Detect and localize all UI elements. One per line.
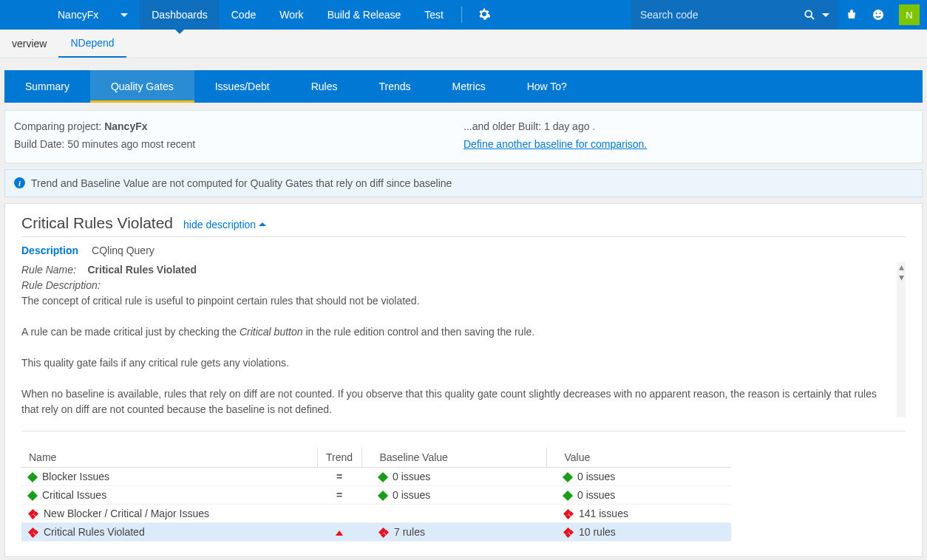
panel-title: Critical Rules Violated bbox=[21, 214, 173, 232]
shopping-icon[interactable] bbox=[838, 0, 865, 30]
desc-p3: This quality gate fails if any critical … bbox=[21, 355, 895, 371]
note-text: Trend and Baseline Value are not compute… bbox=[31, 177, 452, 189]
desc-p2c: in the rule edition control and then sav… bbox=[303, 326, 535, 338]
row-value: 10 rules bbox=[579, 526, 616, 538]
row-name: Critical Issues bbox=[42, 489, 106, 501]
comparing-prefix: Comparing project: bbox=[14, 120, 104, 132]
search-dropdown-icon[interactable] bbox=[822, 13, 829, 17]
tab-metrics[interactable]: Metrics bbox=[432, 70, 506, 103]
desc-tab-description[interactable]: Description bbox=[21, 243, 78, 258]
project-name: NancyFx bbox=[58, 9, 98, 21]
nav-tabs: DashboardsCodeWorkBuild & ReleaseTest bbox=[140, 0, 455, 30]
tab-how-to-[interactable]: How To? bbox=[506, 70, 588, 103]
sub-nav-ndepend[interactable]: NDepend bbox=[58, 30, 126, 58]
col-baseline[interactable]: Baseline Value bbox=[361, 448, 546, 468]
trend-equal-icon: = bbox=[336, 471, 342, 482]
quality-gate-panel: Critical Rules Violated hide description… bbox=[4, 203, 923, 557]
col-value[interactable]: Value bbox=[546, 448, 731, 468]
quality-gates-table: Name Trend Baseline Value Value Blocker … bbox=[21, 448, 731, 542]
tab-rules[interactable]: Rules bbox=[291, 70, 359, 103]
rule-name-label: Rule Name: bbox=[21, 264, 76, 276]
nav-tab-code[interactable]: Code bbox=[220, 0, 268, 30]
nav-tab-dashboards[interactable]: Dashboards bbox=[140, 0, 220, 30]
tab-summary[interactable]: Summary bbox=[4, 70, 90, 103]
older-built: ...and older Built: 1 day ago . bbox=[464, 118, 913, 136]
svg-point-4 bbox=[880, 13, 881, 14]
tab-trends[interactable]: Trends bbox=[358, 70, 431, 103]
top-nav: NancyFx DashboardsCodeWorkBuild & Releas… bbox=[0, 0, 927, 30]
diamond-green-icon bbox=[378, 491, 388, 501]
caret-up-icon bbox=[259, 222, 266, 226]
trend-equal-icon: = bbox=[336, 489, 342, 501]
diamond-green-icon bbox=[27, 472, 38, 482]
row-value: 141 issues bbox=[579, 508, 628, 519]
desc-p2b: Critical button bbox=[240, 326, 303, 338]
description-scrollbar[interactable]: ▴ ▾ bbox=[897, 262, 906, 417]
search-icon[interactable] bbox=[804, 10, 815, 20]
nav-divider bbox=[461, 7, 462, 23]
row-value: 0 issues bbox=[577, 489, 615, 501]
diamond-red-icon bbox=[564, 510, 573, 519]
rule-name-value: Critical Rules Violated bbox=[87, 264, 197, 276]
desc-tab-cqlinq-query[interactable]: CQlinq Query bbox=[92, 243, 154, 258]
note-box: i Trend and Baseline Value are not compu… bbox=[4, 169, 923, 197]
col-trend[interactable]: Trend bbox=[317, 448, 361, 468]
row-baseline: 0 issues bbox=[393, 471, 430, 482]
row-name: New Blocker / Critical / Major Issues bbox=[44, 508, 209, 519]
table-row[interactable]: Critical Rules Violated7 rules10 rules bbox=[21, 522, 731, 541]
search-box[interactable] bbox=[631, 0, 838, 30]
svg-line-1 bbox=[811, 16, 814, 19]
row-value: 0 issues bbox=[577, 471, 615, 482]
project-switcher[interactable]: NancyFx bbox=[0, 0, 140, 30]
nav-tab-work[interactable]: Work bbox=[268, 0, 315, 30]
define-baseline-link[interactable]: Define another baseline for comparison. bbox=[464, 138, 647, 150]
row-baseline: 7 rules bbox=[394, 526, 425, 538]
diamond-green-icon bbox=[378, 472, 388, 482]
desc-p4: When no baseline is available, rules tha… bbox=[21, 386, 895, 417]
row-baseline: 0 issues bbox=[393, 489, 430, 501]
smile-icon[interactable] bbox=[865, 0, 892, 30]
desc-p2a: A rule can be made critical just by chec… bbox=[21, 326, 240, 338]
right-icons: N bbox=[838, 0, 927, 30]
table-row[interactable]: Critical Issues=0 issues0 issues bbox=[21, 485, 731, 504]
desc-p1: The concept of critical rule is useful t… bbox=[21, 293, 895, 309]
comparing-project: NancyFx bbox=[104, 120, 147, 132]
svg-point-3 bbox=[876, 13, 877, 14]
diamond-green-icon bbox=[27, 491, 38, 501]
search-input[interactable] bbox=[640, 9, 797, 21]
trend-up-red-icon bbox=[336, 530, 343, 536]
diamond-green-icon bbox=[563, 472, 573, 482]
hide-description-toggle[interactable]: hide description bbox=[183, 219, 266, 231]
table-row[interactable]: New Blocker / Critical / Major Issues141… bbox=[21, 504, 731, 522]
avatar[interactable]: N bbox=[892, 0, 927, 30]
nav-tab-test[interactable]: Test bbox=[412, 0, 455, 30]
diamond-green-icon bbox=[563, 491, 573, 501]
diamond-red-icon bbox=[379, 528, 388, 537]
diamond-red-icon bbox=[29, 510, 38, 519]
build-date: Build Date: 50 minutes ago most recent bbox=[14, 136, 464, 154]
quality-gates-table-wrap: Name Trend Baseline Value Value Blocker … bbox=[21, 448, 906, 542]
row-name: Blocker Issues bbox=[42, 471, 109, 482]
tab-quality-gates[interactable]: Quality Gates bbox=[90, 70, 194, 103]
col-name[interactable]: Name bbox=[21, 448, 317, 468]
diamond-red-icon bbox=[29, 528, 38, 537]
rule-desc-label: Rule Description: bbox=[21, 278, 895, 293]
description-body: Rule Name: Critical Rules Violated Rule … bbox=[21, 262, 906, 417]
tab-issues-debt[interactable]: Issues/Debt bbox=[194, 70, 291, 103]
comparison-info-box: Comparing project: NancyFx Build Date: 5… bbox=[4, 110, 923, 163]
table-row[interactable]: Blocker Issues=0 issues0 issues bbox=[21, 467, 731, 485]
sub-nav-verview[interactable]: verview bbox=[0, 30, 58, 58]
chevron-down-icon bbox=[120, 13, 128, 17]
sub-nav: verviewNDepend bbox=[0, 30, 927, 58]
description-tabs: DescriptionCQlinq Query bbox=[21, 243, 906, 258]
nav-tab-build-release[interactable]: Build & Release bbox=[316, 0, 413, 30]
gear-icon[interactable] bbox=[468, 8, 500, 22]
info-icon: i bbox=[14, 177, 25, 188]
svg-point-2 bbox=[873, 10, 883, 20]
secondary-tabs: SummaryQuality GatesIssues/DebtRulesTren… bbox=[4, 70, 923, 103]
diamond-red-icon bbox=[564, 528, 573, 537]
row-name: Critical Rules Violated bbox=[44, 526, 145, 538]
svg-point-0 bbox=[805, 10, 812, 17]
